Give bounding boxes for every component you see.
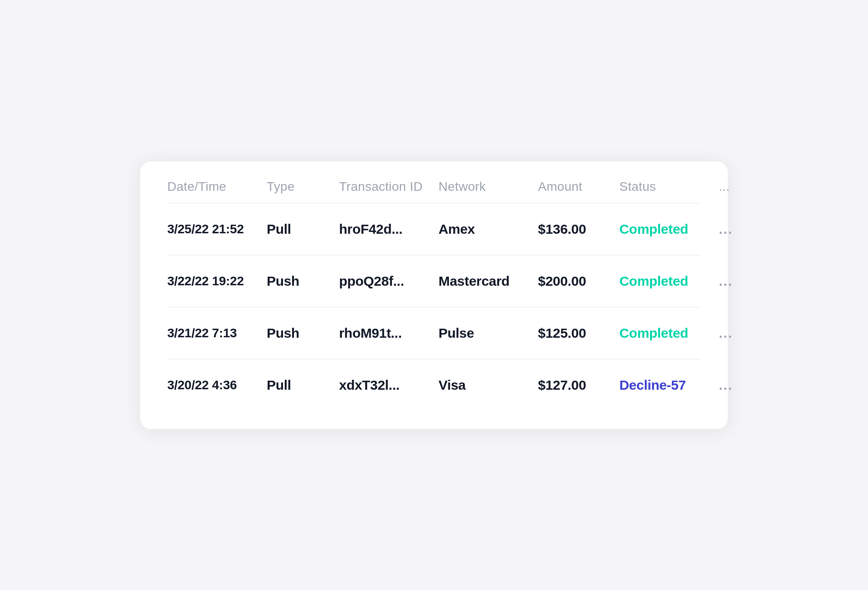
table-row: 3/22/22 19:22 Push ppoQ28f... Mastercard… [167, 255, 701, 307]
more-button[interactable]: ... [719, 326, 746, 341]
col-transaction-id: Transaction ID [339, 179, 439, 194]
cell-amount: $125.00 [538, 326, 619, 341]
cell-datetime: 3/21/22 7:13 [167, 326, 267, 340]
col-status: Status [619, 179, 719, 194]
cell-transaction-id: hroF42d... [339, 222, 439, 237]
cell-transaction-id: ppoQ28f... [339, 274, 439, 289]
table-header: Date/Time Type Transaction ID Network Am… [167, 179, 701, 203]
cell-network: Pulse [439, 326, 538, 341]
cell-type: Pull [267, 222, 339, 237]
cell-amount: $200.00 [538, 274, 619, 289]
col-datetime: Date/Time [167, 179, 267, 194]
col-network: Network [439, 179, 538, 194]
more-button[interactable]: ... [719, 274, 746, 289]
cell-status: Completed [619, 274, 719, 289]
cell-amount: $127.00 [538, 378, 619, 393]
col-amount: Amount [538, 179, 619, 194]
cell-type: Pull [267, 378, 339, 393]
more-button[interactable]: ... [719, 222, 746, 237]
cell-amount: $136.00 [538, 222, 619, 237]
cell-network: Visa [439, 378, 538, 393]
col-more: ... [719, 179, 746, 194]
more-button[interactable]: ... [719, 378, 746, 393]
cell-datetime: 3/25/22 21:52 [167, 222, 267, 236]
cell-type: Push [267, 274, 339, 289]
cell-status: Decline-57 [619, 378, 719, 393]
col-type: Type [267, 179, 339, 194]
cell-status: Completed [619, 326, 719, 341]
cell-status: Completed [619, 222, 719, 237]
table-row: 3/20/22 4:36 Pull xdxT32l... Visa $127.0… [167, 359, 701, 411]
cell-datetime: 3/20/22 4:36 [167, 378, 267, 392]
cell-type: Push [267, 326, 339, 341]
cell-datetime: 3/22/22 19:22 [167, 274, 267, 288]
table-row: 3/21/22 7:13 Push rhoM91t... Pulse $125.… [167, 307, 701, 359]
cell-transaction-id: xdxT32l... [339, 378, 439, 393]
table-body: 3/25/22 21:52 Pull hroF42d... Amex $136.… [167, 203, 701, 411]
cell-transaction-id: rhoM91t... [339, 326, 439, 341]
transactions-card: Date/Time Type Transaction ID Network Am… [140, 161, 728, 429]
table-row: 3/25/22 21:52 Pull hroF42d... Amex $136.… [167, 203, 701, 255]
cell-network: Amex [439, 222, 538, 237]
cell-network: Mastercard [439, 274, 538, 289]
